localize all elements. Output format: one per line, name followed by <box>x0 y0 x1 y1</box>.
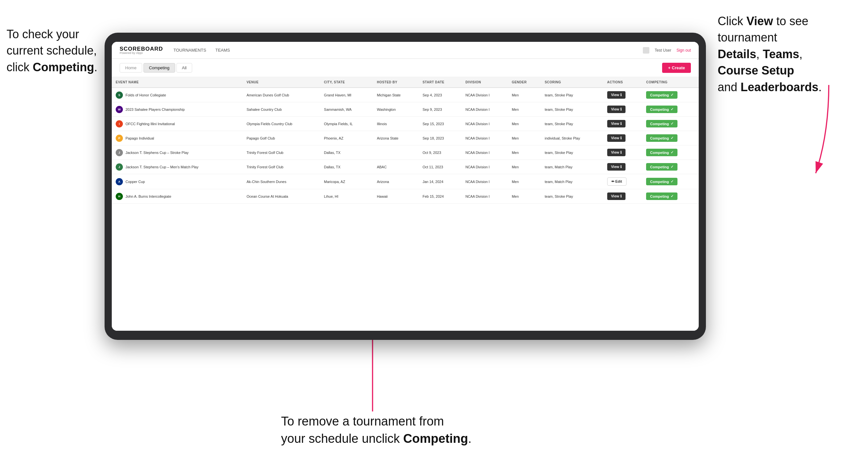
event-name: Jackson T. Stephens Cup – Men's Match Pl… <box>125 165 198 169</box>
event-name: 2023 Sahalee Players Championship <box>125 107 185 112</box>
competing-cell: Competing ✓ <box>642 117 699 131</box>
hosted-cell <box>373 146 418 160</box>
event-name-cell: W 2023 Sahalee Players Championship <box>112 102 243 117</box>
checkmark-icon: ✓ <box>671 150 674 155</box>
competing-button[interactable]: Competing ✓ <box>646 105 677 113</box>
competing-button[interactable]: Competing ✓ <box>646 91 677 99</box>
city-cell: Olympia Fields, IL <box>320 117 373 131</box>
action-cell: View ℹ <box>603 146 643 160</box>
gender-cell: Men <box>508 174 541 189</box>
gender-cell: Men <box>508 189 541 204</box>
hosted-cell: Michigan State <box>373 88 418 102</box>
signout-link[interactable]: Sign out <box>677 48 691 53</box>
tab-competing[interactable]: Competing <box>144 63 175 72</box>
start-date-cell: Oct 11, 2023 <box>418 160 461 174</box>
action-cell: View ℹ <box>603 88 643 102</box>
table-row: S Folds of Honor Collegiate American Dun… <box>112 88 699 102</box>
col-city-state: CITY, STATE <box>320 77 373 88</box>
col-competing: COMPETING <box>642 77 699 88</box>
col-scoring: SCORING <box>541 77 603 88</box>
tab-home[interactable]: Home <box>120 63 142 72</box>
scoring-cell: team, Stroke Play <box>541 102 603 117</box>
scoreboard-logo: SCOREBOARD Powered by clippi <box>120 46 163 55</box>
edit-button[interactable]: ✏ Edit <box>607 178 626 186</box>
event-name: Jackson T. Stephens Cup – Stroke Play <box>125 151 189 155</box>
competing-button[interactable]: Competing ✓ <box>646 134 677 142</box>
competing-button[interactable]: Competing ✓ <box>646 149 677 156</box>
checkmark-icon: ✓ <box>671 194 674 198</box>
division-cell: NCAA Division I <box>461 131 508 146</box>
gender-cell: Men <box>508 88 541 102</box>
col-hosted-by: HOSTED BY <box>373 77 418 88</box>
team-logo: J <box>116 149 123 156</box>
tablet-screen: SCOREBOARD Powered by clippi TOURNAMENTS… <box>112 42 699 331</box>
gender-cell: Men <box>508 117 541 131</box>
division-cell: NCAA Division I <box>461 160 508 174</box>
competing-button[interactable]: Competing ✓ <box>646 178 677 185</box>
view-button[interactable]: View ℹ <box>607 134 625 142</box>
gender-cell: Men <box>508 102 541 117</box>
annotation-top-right: Click View to see tournament Details, Te… <box>718 13 862 95</box>
team-logo: A <box>116 178 123 185</box>
city-cell: Sammamish, WA <box>320 102 373 117</box>
gender-cell: Men <box>508 160 541 174</box>
start-date-cell: Feb 15, 2024 <box>418 189 461 204</box>
venue-cell: Ocean Course At Hokuala <box>243 189 320 204</box>
table-row: J Jackson T. Stephens Cup – Men's Match … <box>112 160 699 174</box>
action-cell: View ℹ <box>603 117 643 131</box>
annotation-bottom: To remove a tournament from your schedul… <box>281 413 510 447</box>
tab-all[interactable]: All <box>177 63 192 72</box>
team-logo: I <box>116 120 123 127</box>
filter-tabs: Home Competing All <box>120 63 192 72</box>
competing-cell: Competing ✓ <box>642 174 699 189</box>
hosted-cell: ABAC <box>373 160 418 174</box>
checkmark-icon: ✓ <box>671 107 674 112</box>
col-venue: VENUE <box>243 77 320 88</box>
event-name-cell: S Folds of Honor Collegiate <box>112 88 243 102</box>
view-button[interactable]: View ℹ <box>607 105 625 113</box>
hosted-cell: Hawaii <box>373 189 418 204</box>
team-logo: S <box>116 92 123 99</box>
content-area: Home Competing All + Create EVENT NAME V… <box>112 59 699 331</box>
division-cell: NCAA Division I <box>461 117 508 131</box>
scoreboard-title: SCOREBOARD <box>120 46 163 52</box>
hosted-cell: Washington <box>373 102 418 117</box>
toolbar: Home Competing All + Create <box>112 59 699 77</box>
competing-button[interactable]: Competing ✓ <box>646 192 677 200</box>
competing-button[interactable]: Competing ✓ <box>646 120 677 127</box>
table-row: P Papago Individual Papago Golf Club Pho… <box>112 131 699 146</box>
scoring-cell: team, Stroke Play <box>541 117 603 131</box>
table-container: EVENT NAME VENUE CITY, STATE HOSTED BY S… <box>112 77 699 331</box>
view-button[interactable]: View ℹ <box>607 91 625 99</box>
competing-button[interactable]: Competing ✓ <box>646 163 677 170</box>
division-cell: NCAA Division I <box>461 102 508 117</box>
nav-teams[interactable]: TEAMS <box>215 48 230 53</box>
venue-cell: Sahalee Country Club <box>243 102 320 117</box>
view-button[interactable]: View ℹ <box>607 163 625 170</box>
nav-links: TOURNAMENTS TEAMS <box>174 48 230 53</box>
event-name-cell: P Papago Individual <box>112 131 243 146</box>
city-cell: Lihue, HI <box>320 189 373 204</box>
event-name-cell: J Jackson T. Stephens Cup – Men's Match … <box>112 160 243 174</box>
scoreboard-powered: Powered by clippi <box>120 52 163 55</box>
action-cell: ✏ Edit <box>603 174 643 189</box>
scoring-cell: team, Match Play <box>541 160 603 174</box>
start-date-cell: Sep 9, 2023 <box>418 102 461 117</box>
scoring-cell: individual, Stroke Play <box>541 131 603 146</box>
event-name: Copper Cup <box>125 180 145 184</box>
view-button[interactable]: View ℹ <box>607 120 625 127</box>
start-date-cell: Oct 9, 2023 <box>418 146 461 160</box>
hosted-cell: Arizona State <box>373 131 418 146</box>
user-icon <box>643 47 649 54</box>
view-button[interactable]: View ℹ <box>607 192 625 200</box>
table-row: H John A. Burns Intercollegiate Ocean Co… <box>112 189 699 204</box>
nav-tournaments[interactable]: TOURNAMENTS <box>174 48 206 53</box>
create-button[interactable]: + Create <box>662 63 691 73</box>
action-cell: View ℹ <box>603 131 643 146</box>
action-cell: View ℹ <box>603 189 643 204</box>
col-event-name: EVENT NAME <box>112 77 243 88</box>
view-button[interactable]: View ℹ <box>607 149 625 156</box>
venue-cell: American Dunes Golf Club <box>243 88 320 102</box>
col-start-date: START DATE <box>418 77 461 88</box>
team-logo: P <box>116 135 123 142</box>
